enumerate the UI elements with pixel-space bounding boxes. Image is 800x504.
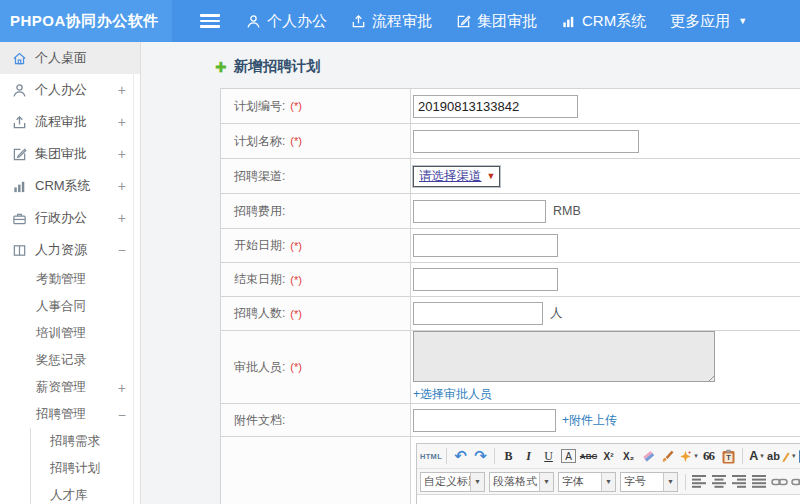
sidebar-item-recruitment[interactable]: 招聘管理 −	[0, 401, 140, 428]
expand-icon[interactable]: +	[118, 210, 126, 226]
sidebar-item-recruit-demand[interactable]: 招聘需求	[31, 428, 140, 455]
required-marker: (*)	[290, 274, 302, 286]
undo-button[interactable]: ↶	[451, 446, 470, 466]
topnav-label: 个人办公	[267, 12, 327, 31]
font-size-select[interactable]: 字号 ▼	[620, 472, 678, 492]
bar-chart-icon	[561, 14, 576, 29]
align-right-button[interactable]	[730, 472, 749, 492]
italic-button[interactable]: I	[519, 446, 538, 466]
field-label: 计划名称:	[234, 133, 285, 150]
sidebar-item-flow-approval[interactable]: 流程审批 +	[0, 106, 140, 138]
form-row-channel: 招聘渠道: 请选择渠道 ▼	[221, 159, 800, 194]
editor-content-area[interactable]	[417, 495, 800, 504]
approver-textarea[interactable]	[413, 331, 715, 382]
expand-icon[interactable]: +	[118, 82, 126, 98]
sidebar-item-admin-office[interactable]: 行政办公 +	[0, 202, 140, 234]
sidebar-item-hr[interactable]: 人力资源 −	[0, 234, 140, 266]
attachment-input[interactable]	[413, 409, 556, 432]
expand-icon[interactable]: +	[118, 114, 126, 130]
align-center-button[interactable]	[710, 472, 729, 492]
sidebar-item-rewards[interactable]: 奖惩记录	[0, 347, 140, 374]
expand-icon[interactable]: +	[118, 146, 126, 162]
form-row-attachment: 附件文档: +附件上传	[221, 404, 800, 437]
topnav-group-approval[interactable]: 集团审批	[456, 12, 537, 31]
menu-toggle-icon[interactable]	[200, 11, 220, 31]
align-left-button[interactable]	[690, 472, 709, 492]
field-label: 招聘渠道:	[234, 168, 285, 185]
topnav-more-apps[interactable]: 更多应用 ▼	[670, 12, 747, 31]
insert-link-button[interactable]	[770, 472, 789, 492]
sidebar-item-salary[interactable]: 薪资管理 +	[0, 374, 140, 401]
remove-link-button[interactable]	[790, 472, 800, 492]
caret-down-icon: ▾	[792, 452, 796, 460]
superscript-button[interactable]: X²	[599, 446, 618, 466]
headcount-input[interactable]	[413, 302, 543, 325]
expand-icon[interactable]: +	[118, 178, 126, 194]
topnav-label: 更多应用	[670, 12, 730, 31]
highlight-color-button[interactable]: ab▾	[767, 446, 795, 466]
clean-format-brush-button[interactable]	[659, 446, 678, 466]
plan-name-input[interactable]	[413, 130, 639, 153]
sidebar-item-talent-pool[interactable]: 人才库	[31, 482, 140, 504]
sidebar-item-desktop[interactable]: 个人桌面	[0, 42, 140, 74]
strikethrough-button[interactable]: ABC	[579, 446, 598, 466]
hr-book-icon	[12, 243, 27, 258]
topnav-flow-approval[interactable]: 流程审批	[351, 12, 432, 31]
caret-down-icon: ▼	[601, 473, 615, 491]
top-navigation: 个人办公 流程审批 集团审批 CRM系统 更多应用 ▼	[246, 12, 747, 31]
select-approver-link[interactable]: +选择审批人员	[413, 386, 492, 403]
start-date-input[interactable]	[413, 234, 558, 257]
required-marker: (*)	[290, 361, 302, 373]
align-justify-button[interactable]	[750, 472, 769, 492]
font-family-select[interactable]: 字体 ▼	[558, 472, 616, 492]
form-row-end-date: 结束日期:(*)	[221, 263, 800, 297]
attachment-upload-link[interactable]: +附件上传	[562, 412, 617, 429]
sidebar-item-attendance[interactable]: 考勤管理	[0, 266, 140, 293]
sidebar-item-personal-office[interactable]: 个人办公 +	[0, 74, 140, 106]
fee-input[interactable]	[413, 200, 546, 223]
caret-down-icon: ▼	[539, 473, 553, 491]
custom-heading-select[interactable]: 自定义标题 ▼	[420, 472, 485, 492]
editor-toolbar-row1: HTML ↶ ↷ B I U A ABC X² X₂	[417, 444, 800, 469]
sidebar-item-training[interactable]: 培训管理	[0, 320, 140, 347]
topnav-personal-office[interactable]: 个人办公	[246, 12, 327, 31]
bar-chart-icon	[12, 179, 27, 194]
blockquote-button[interactable]: 66	[699, 446, 718, 466]
sidebar-item-crm[interactable]: CRM系统 +	[0, 170, 140, 202]
topnav-crm[interactable]: CRM系统	[561, 12, 646, 31]
subscript-button[interactable]: X₂	[619, 446, 638, 466]
bold-button[interactable]: B	[499, 446, 518, 466]
sidebar-item-recruit-plan[interactable]: 招聘计划	[31, 455, 140, 482]
expand-icon[interactable]: +	[118, 380, 126, 396]
insert-image-button[interactable]	[796, 446, 800, 466]
required-marker: (*)	[290, 240, 302, 252]
font-style-button[interactable]: A	[559, 446, 578, 466]
end-date-input[interactable]	[413, 268, 558, 291]
field-label: 附件文档:	[234, 412, 285, 429]
paragraph-format-select[interactable]: 段落格式 ▼	[489, 472, 554, 492]
plan-no-input[interactable]	[413, 95, 578, 118]
topnav-label: 集团审批	[477, 12, 537, 31]
sidebar-item-label: 个人办公	[35, 81, 118, 99]
edit-approval-icon	[12, 147, 27, 162]
user-icon	[12, 83, 27, 98]
eraser-button[interactable]	[639, 446, 658, 466]
sidebar-item-hr-contract[interactable]: 人事合同	[0, 293, 140, 320]
sidebar-recruitment-submenu: 招聘需求 招聘计划 人才库	[30, 428, 140, 504]
paste-button[interactable]: T	[719, 446, 738, 466]
underline-button[interactable]: U	[539, 446, 558, 466]
fee-unit: RMB	[553, 204, 581, 218]
collapse-icon[interactable]: −	[118, 407, 126, 423]
recruitment-plan-form: 计划编号:(*) 计划名称:(*) 招聘渠道: 请选择渠道 ▼ 招聘费用: RM…	[220, 88, 800, 504]
edit-approval-icon	[456, 14, 471, 29]
font-color-button[interactable]: A▾	[747, 446, 766, 466]
sidebar-item-group-approval[interactable]: 集团审批 +	[0, 138, 140, 170]
required-marker: (*)	[290, 100, 302, 112]
color-wand-button[interactable]: ▾	[679, 446, 698, 466]
redo-button[interactable]: ↷	[471, 446, 490, 466]
required-marker: (*)	[290, 135, 302, 147]
collapse-icon[interactable]: −	[118, 242, 126, 258]
channel-select[interactable]: 请选择渠道 ▼	[413, 166, 500, 187]
html-source-button[interactable]: HTML	[420, 446, 442, 466]
editor-toolbar-row2: 自定义标题 ▼ 段落格式 ▼ 字体 ▼	[417, 469, 800, 495]
